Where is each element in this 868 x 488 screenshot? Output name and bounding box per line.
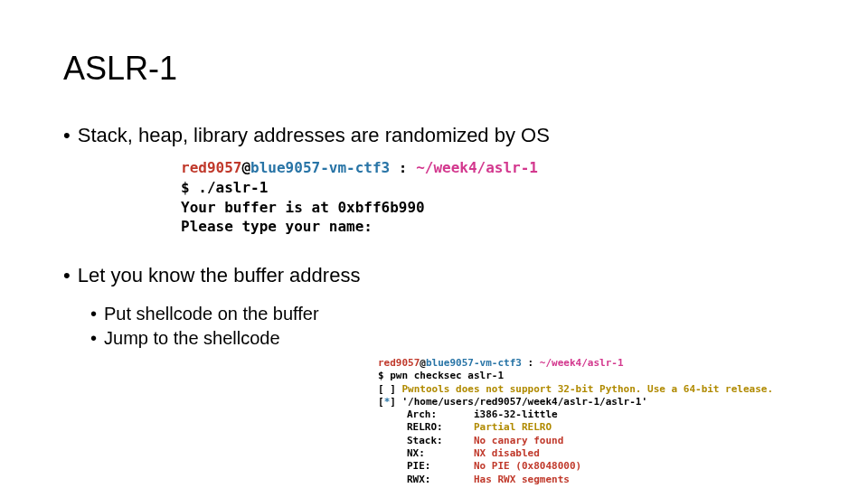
term2-warn-open: [ ] bbox=[378, 383, 396, 395]
term2-stack-k: Stack: bbox=[407, 435, 474, 447]
terminal-output-1: red9057@blue9057-vm-ctf3 : ~/week4/aslr-… bbox=[181, 158, 805, 236]
bullet-2: • Let you know the buffer address bbox=[63, 264, 805, 287]
term1-host: blue9057-vm-ctf3 bbox=[250, 159, 390, 176]
term2-cmd: pwn checksec aslr-1 bbox=[390, 370, 504, 381]
term2-relro-v: Partial RELRO bbox=[474, 421, 552, 434]
bullet-2-text: Let you know the buffer address bbox=[78, 264, 361, 287]
term2-star-close: ] bbox=[390, 396, 396, 408]
sub-bullet-2: • Jump to the shellcode bbox=[90, 328, 319, 349]
bullet-dot: • bbox=[90, 304, 97, 324]
term1-user: red9057 bbox=[181, 159, 241, 176]
term2-file: '/home/users/red9057/week4/aslr-1/aslr-1… bbox=[402, 396, 648, 408]
sub-bullet-1: • Put shellcode on the buffer bbox=[90, 304, 319, 324]
term2-nx-v: NX disabled bbox=[474, 447, 540, 460]
sub-bullet-1-text: Put shellcode on the buffer bbox=[104, 304, 319, 324]
term2-path: ~/week4/aslr-1 bbox=[540, 357, 624, 369]
term2-relro-k: RELRO: bbox=[407, 421, 474, 434]
term2-nx-k: NX: bbox=[407, 447, 474, 460]
term2-pie-v: No PIE (0x8048000) bbox=[474, 460, 581, 473]
bullet-dot: • bbox=[90, 328, 97, 349]
bullet-1: • Stack, heap, library addresses are ran… bbox=[63, 124, 805, 147]
term2-rwx-v: Has RWX segments bbox=[474, 474, 570, 486]
sub-bullets: • Put shellcode on the buffer • Jump to … bbox=[63, 304, 319, 352]
term2-star-open: [ bbox=[378, 396, 384, 408]
term1-path: ~/week4/aslr-1 bbox=[416, 159, 538, 176]
term2-rwx-k: RWX: bbox=[407, 474, 474, 486]
bullet-dot: • bbox=[63, 124, 71, 147]
term1-prompt: $ bbox=[181, 179, 190, 196]
term2-warn: Pwntools does not support 32-bit Python.… bbox=[402, 383, 774, 395]
term2-user: red9057 bbox=[378, 357, 420, 369]
sub-bullet-2-text: Jump to the shellcode bbox=[104, 328, 280, 349]
term1-colon: : bbox=[399, 159, 408, 176]
term2-prompt: $ bbox=[378, 370, 384, 381]
term1-at: @ bbox=[241, 159, 250, 176]
bullet-1-text: Stack, heap, library addresses are rando… bbox=[78, 124, 550, 147]
term2-pie-k: PIE: bbox=[407, 460, 474, 473]
term2-arch-v: i386-32-little bbox=[474, 408, 558, 421]
term1-out2: Please type your name: bbox=[181, 217, 805, 237]
term1-cmd: ./aslr-1 bbox=[198, 179, 268, 196]
term2-stack-v: No canary found bbox=[474, 435, 563, 447]
term2-arch-k: Arch: bbox=[407, 408, 474, 421]
slide-title: ASLR-1 bbox=[63, 50, 805, 88]
slide: ASLR-1 • Stack, heap, library addresses … bbox=[0, 0, 868, 352]
terminal-output-2: red9057@blue9057-vm-ctf3 : ~/week4/aslr-… bbox=[378, 357, 773, 486]
term2-host: blue9057-vm-ctf3 bbox=[426, 357, 522, 369]
term1-out1: Your buffer is at 0xbff6b990 bbox=[181, 198, 805, 218]
term2-colon: : bbox=[528, 357, 534, 369]
term2-at: @ bbox=[420, 357, 426, 369]
bullet-dot: • bbox=[63, 264, 71, 287]
